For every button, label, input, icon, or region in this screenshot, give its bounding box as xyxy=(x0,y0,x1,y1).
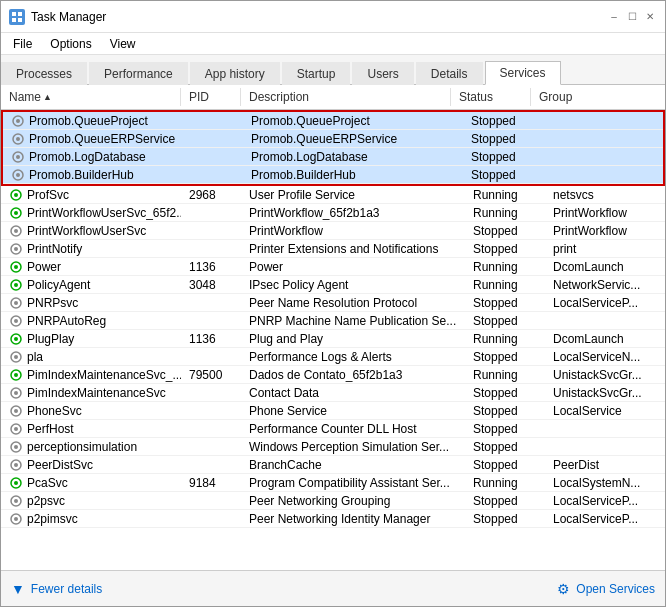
svg-point-11 xyxy=(16,173,20,177)
cell-pid xyxy=(181,410,241,412)
minimize-button[interactable]: – xyxy=(607,10,621,24)
fewer-details-button[interactable]: ▼ Fewer details xyxy=(11,581,102,597)
table-row[interactable]: ProfSvc 2968 User Profile Service Runnin… xyxy=(1,186,665,204)
cell-group xyxy=(543,156,663,158)
cell-status: Running xyxy=(465,277,545,293)
menu-file[interactable]: File xyxy=(5,35,40,53)
maximize-button[interactable]: ☐ xyxy=(625,10,639,24)
col-status[interactable]: Status xyxy=(451,88,531,106)
tab-performance[interactable]: Performance xyxy=(89,62,188,85)
table-row[interactable]: Promob.QueueERPService Promob.QueueERPSe… xyxy=(3,130,663,148)
cell-name: PimIndexMaintenanceSvc_... xyxy=(1,367,181,383)
service-icon xyxy=(9,224,23,238)
menu-options[interactable]: Options xyxy=(42,35,99,53)
cell-status: Running xyxy=(465,367,545,383)
cell-pid: 2968 xyxy=(181,187,241,203)
menu-view[interactable]: View xyxy=(102,35,144,53)
cell-status: Stopped xyxy=(465,313,545,329)
col-name[interactable]: Name ▲ xyxy=(1,88,181,106)
table-row[interactable]: PrintWorkflowUserSvc_65f2... PrintWorkfl… xyxy=(1,204,665,222)
tab-services[interactable]: Services xyxy=(485,61,561,85)
cell-description: IPsec Policy Agent xyxy=(241,277,465,293)
cell-status: Stopped xyxy=(465,349,545,365)
svg-point-9 xyxy=(16,155,20,159)
cell-description: Performance Logs & Alerts xyxy=(241,349,465,365)
cell-group: NetworkServic... xyxy=(545,277,665,293)
cell-status: Stopped xyxy=(463,167,543,183)
cell-pid xyxy=(183,120,243,122)
tab-processes[interactable]: Processes xyxy=(1,62,87,85)
cell-name: Promob.QueueERPService xyxy=(3,131,183,147)
table-row[interactable]: Promob.LogDatabase Promob.LogDatabase St… xyxy=(3,148,663,166)
open-services-label: Open Services xyxy=(576,582,655,596)
service-icon xyxy=(9,188,23,202)
table-row[interactable]: PlugPlay 1136 Plug and Play Running Dcom… xyxy=(1,330,665,348)
table-row[interactable]: PimIndexMaintenanceSvc Contact Data Stop… xyxy=(1,384,665,402)
cell-group: netsvcs xyxy=(545,187,665,203)
tab-startup[interactable]: Startup xyxy=(282,62,351,85)
tab-users[interactable]: Users xyxy=(352,62,413,85)
cell-name: PeerDistSvc xyxy=(1,457,181,473)
cell-pid: 79500 xyxy=(181,367,241,383)
cell-pid: 3048 xyxy=(181,277,241,293)
table-row[interactable]: PerfHost Performance Counter DLL Host St… xyxy=(1,420,665,438)
cell-status: Stopped xyxy=(465,511,545,527)
cell-name: PimIndexMaintenanceSvc xyxy=(1,385,181,401)
fewer-details-icon: ▼ xyxy=(11,581,25,597)
service-icon xyxy=(9,296,23,310)
table-row[interactable]: PcaSvc 9184 Program Compatibility Assist… xyxy=(1,474,665,492)
cell-pid xyxy=(181,464,241,466)
cell-description: Windows Perception Simulation Ser... xyxy=(241,439,465,455)
cell-status: Running xyxy=(465,259,545,275)
cell-description: Plug and Play xyxy=(241,331,465,347)
service-icon xyxy=(9,350,23,364)
tab-app-history[interactable]: App history xyxy=(190,62,280,85)
task-manager-window: Task Manager – ☐ ✕ File Options View Pro… xyxy=(0,0,666,607)
service-icon xyxy=(9,440,23,454)
table-row[interactable]: PolicyAgent 3048 IPsec Policy Agent Runn… xyxy=(1,276,665,294)
cell-name: PcaSvc xyxy=(1,475,181,491)
open-services-button[interactable]: ⚙ Open Services xyxy=(557,581,655,597)
table-row[interactable]: p2pimsvc Peer Networking Identity Manage… xyxy=(1,510,665,528)
table-row[interactable]: pla Performance Logs & Alerts Stopped Lo… xyxy=(1,348,665,366)
table-row[interactable]: Promob.BuilderHub Promob.BuilderHub Stop… xyxy=(3,166,663,184)
table-row[interactable]: Promob.QueueProject Promob.QueueProject … xyxy=(3,112,663,130)
col-pid[interactable]: PID xyxy=(181,88,241,106)
cell-group: DcomLaunch xyxy=(545,331,665,347)
cell-group: DcomLaunch xyxy=(545,259,665,275)
table-row[interactable]: PrintNotify Printer Extensions and Notif… xyxy=(1,240,665,258)
cell-description: Phone Service xyxy=(241,403,465,419)
table-row[interactable]: PrintWorkflowUserSvc PrintWorkflow Stopp… xyxy=(1,222,665,240)
close-button[interactable]: ✕ xyxy=(643,10,657,24)
title-bar: Task Manager – ☐ ✕ xyxy=(1,1,665,33)
table-row[interactable]: PNRPAutoReg PNRP Machine Name Publicatio… xyxy=(1,312,665,330)
table-row[interactable]: PNRPsvc Peer Name Resolution Protocol St… xyxy=(1,294,665,312)
highlighted-group: Promob.QueueProject Promob.QueueProject … xyxy=(1,110,665,186)
cell-name: PrintWorkflowUserSvc xyxy=(1,223,181,239)
tab-details[interactable]: Details xyxy=(416,62,483,85)
svg-point-7 xyxy=(16,137,20,141)
table-row[interactable]: p2psvc Peer Networking Grouping Stopped … xyxy=(1,492,665,510)
table-header: Name ▲ PID Description Status Group xyxy=(1,85,665,110)
cell-name: p2psvc xyxy=(1,493,181,509)
table-row[interactable]: PhoneSvc Phone Service Stopped LocalServ… xyxy=(1,402,665,420)
cell-group: LocalServiceP... xyxy=(545,511,665,527)
cell-name: PNRPsvc xyxy=(1,295,181,311)
service-icon xyxy=(9,422,23,436)
cell-description: PNRP Machine Name Publication Se... xyxy=(241,313,465,329)
cell-description: PrintWorkflow_65f2b1a3 xyxy=(241,205,465,221)
table-body[interactable]: Promob.QueueProject Promob.QueueProject … xyxy=(1,110,665,570)
table-row[interactable]: Power 1136 Power Running DcomLaunch xyxy=(1,258,665,276)
cell-pid: 1136 xyxy=(181,331,241,347)
table-row[interactable]: PeerDistSvc BranchCache Stopped PeerDist xyxy=(1,456,665,474)
service-icon xyxy=(9,476,23,490)
table-row[interactable]: PimIndexMaintenanceSvc_... 79500 Dados d… xyxy=(1,366,665,384)
cell-pid xyxy=(181,446,241,448)
col-description[interactable]: Description xyxy=(241,88,451,106)
service-icon xyxy=(9,368,23,382)
svg-point-25 xyxy=(14,301,18,305)
cell-description: Peer Networking Grouping xyxy=(241,493,465,509)
col-group[interactable]: Group xyxy=(531,88,651,106)
table-row[interactable]: perceptionsimulation Windows Perception … xyxy=(1,438,665,456)
open-services-icon: ⚙ xyxy=(557,581,570,597)
